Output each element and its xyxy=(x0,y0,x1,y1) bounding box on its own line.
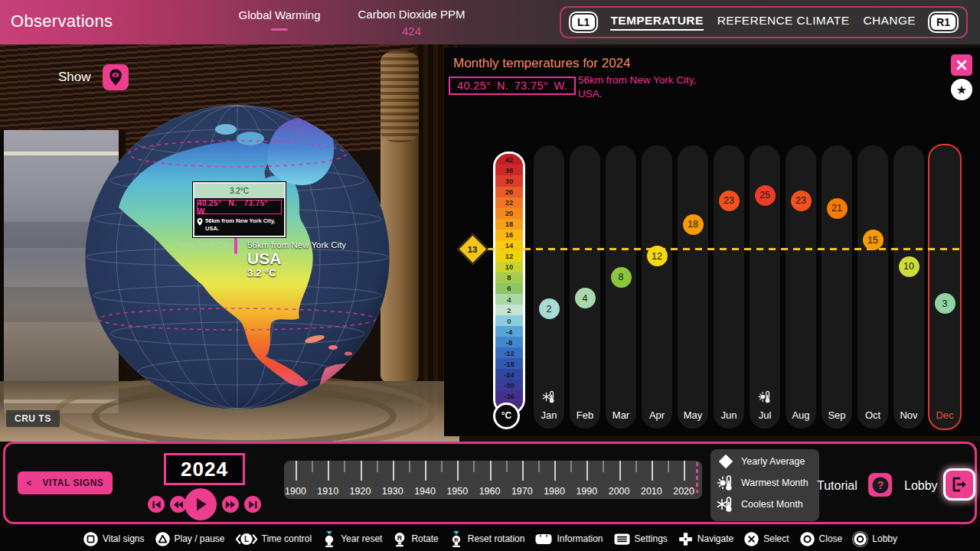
tab-temperature[interactable]: TEMPERATURE xyxy=(610,14,703,31)
temperature-globe[interactable] xyxy=(73,93,402,422)
legend-label: Warmest Month xyxy=(741,478,808,488)
star-icon: ★ xyxy=(956,83,967,97)
thermometer-tick-16: 16 xyxy=(495,230,523,240)
dpad-icon xyxy=(678,531,694,547)
lobby-label: Lobby xyxy=(904,479,938,493)
map-pin-icon xyxy=(197,217,203,227)
hint-year-reset: Year reset xyxy=(322,530,382,548)
tutorial-button[interactable]: ? xyxy=(868,473,892,497)
mode-tab-bar: L1 TEMPERATUREREFERENCE CLIMATECHANGE R1 xyxy=(560,6,968,38)
hint-label: Year reset xyxy=(341,533,382,544)
timeline-tick-1955 xyxy=(473,461,475,472)
yearly-average-line xyxy=(487,248,965,250)
month-column-jun[interactable]: Jun xyxy=(714,145,744,429)
city-name-label: New York City xyxy=(178,240,230,249)
app-root: Observations Global Warming Carbon Dioxi… xyxy=(0,0,980,551)
timeline-tick-1905 xyxy=(312,461,313,472)
play-button[interactable] xyxy=(185,488,217,520)
temperature-point-oct: 15 xyxy=(863,230,884,250)
timeline-tick-1920 xyxy=(361,461,362,481)
r1-shoulder-key[interactable]: R1 xyxy=(929,13,957,31)
diamond-icon xyxy=(717,452,735,471)
timeline-cursor[interactable] xyxy=(696,462,698,493)
month-column-aug[interactable]: Aug xyxy=(786,145,816,429)
month-label-nov: Nov xyxy=(893,409,924,421)
hint-information: Information xyxy=(534,532,603,546)
show-pins-button[interactable] xyxy=(103,64,129,90)
thermometer-tick-20: 20 xyxy=(495,208,523,219)
hint-navigate: Navigate xyxy=(678,531,733,547)
temperature-scale: 423630262220181614121086420-4-8-12-18-24… xyxy=(493,152,525,414)
fast-forward-icon xyxy=(225,500,236,510)
timeline-year-1980: 1980 xyxy=(544,486,565,497)
tab-reference-climate[interactable]: REFERENCE CLIMATE xyxy=(717,14,850,31)
global-warming-dash xyxy=(271,28,288,31)
global-warming-metric: Global Warming xyxy=(230,8,329,31)
tooltip-coordinates: 40.25° N. 73.75° W. xyxy=(197,200,282,214)
sun-thermometer-icon xyxy=(717,474,735,492)
skip-to-start-button[interactable] xyxy=(148,496,165,513)
thermometer-tick-10: 10 xyxy=(495,262,523,272)
thermometer-tick-8: 8 xyxy=(495,272,523,283)
timeline-tick-1960 xyxy=(490,461,492,481)
fast-forward-button[interactable] xyxy=(222,496,239,513)
thermometer-tick-36: 36 xyxy=(495,165,523,175)
month-label-apr: Apr xyxy=(642,409,672,421)
controller-hint-bar: Vital signsPlay / pauseLTime controlYear… xyxy=(0,527,980,551)
temperature-point-apr: 12 xyxy=(647,246,668,266)
l1-shoulder-key[interactable]: L1 xyxy=(570,13,596,31)
triangle-button-icon xyxy=(155,531,171,547)
hint-label: Information xyxy=(557,533,603,544)
hint-vital-signs: Vital signs xyxy=(83,531,144,547)
skip-to-end-button[interactable] xyxy=(244,496,261,513)
rewind-icon xyxy=(173,500,184,510)
year-timeline[interactable]: 1900191019201930194019501960197019801990… xyxy=(284,461,702,499)
co2-value: 424 xyxy=(348,24,475,37)
hint-label: Close xyxy=(819,533,843,544)
timeline-year-1950: 1950 xyxy=(446,486,468,497)
month-column-jan[interactable]: Jan xyxy=(534,145,564,429)
exit-door-icon xyxy=(951,476,968,493)
thermometer-tick-12: 12 xyxy=(495,251,523,262)
legend-label: Yearly Average xyxy=(741,456,805,467)
celsius-unit-bulb: °C xyxy=(493,403,520,429)
month-column-oct[interactable]: Oct xyxy=(858,145,888,429)
timeline-year-1970: 1970 xyxy=(511,486,533,497)
month-column-sep[interactable]: Sep xyxy=(822,145,852,429)
favorite-star-button[interactable]: ★ xyxy=(951,79,972,100)
thermometer-tick--36: -36 xyxy=(495,390,523,401)
country-label: USA xyxy=(247,249,281,268)
month-column-may[interactable]: May xyxy=(678,145,708,429)
timeline-tick-1940 xyxy=(425,461,426,481)
hint-label: Select xyxy=(763,533,789,544)
vital-signs-button[interactable]: < VITAL SIGNS xyxy=(18,471,113,494)
tab-change[interactable]: CHANGE xyxy=(863,14,916,31)
svg-text:L: L xyxy=(243,535,248,543)
timeline-tick-2015 xyxy=(668,461,669,472)
month-column-apr[interactable]: Apr xyxy=(642,145,672,429)
close-panel-button[interactable] xyxy=(951,54,972,76)
tooltip-temperature: 3.2°C xyxy=(194,184,284,198)
thermometer-tick-22: 22 xyxy=(495,197,523,208)
timeline-tick-1975 xyxy=(538,461,540,472)
panel-coordinates: 40.25° N. 73.75° W. xyxy=(449,77,576,95)
svg-text:R: R xyxy=(454,536,459,543)
month-label-dec: Dec xyxy=(929,409,960,421)
legend-row-yearly-average: Yearly Average xyxy=(710,451,819,472)
skip-end-icon xyxy=(248,500,258,510)
hint-label: Time control xyxy=(262,533,312,544)
thermometer-tick--4: -4 xyxy=(495,326,523,337)
month-column-dec[interactable]: Dec xyxy=(928,144,962,430)
touchpad-icon xyxy=(534,532,553,546)
month-column-nov[interactable]: Nov xyxy=(893,145,924,429)
options-menu-icon xyxy=(613,532,631,546)
top-bar: Observations Global Warming Carbon Dioxi… xyxy=(0,0,980,46)
temperature-point-sep: 21 xyxy=(827,198,848,219)
month-column-feb[interactable]: Feb xyxy=(570,145,600,429)
thermometer-tick--24: -24 xyxy=(495,369,523,380)
tooltip-location-text: 56km from New York City, USA. xyxy=(205,217,282,233)
temperature-point-nov: 10 xyxy=(899,256,920,277)
lobby-exit-button[interactable] xyxy=(946,471,973,498)
hint-reset-rotation: RReset rotation xyxy=(449,530,525,548)
hint-label: Lobby xyxy=(872,533,897,544)
